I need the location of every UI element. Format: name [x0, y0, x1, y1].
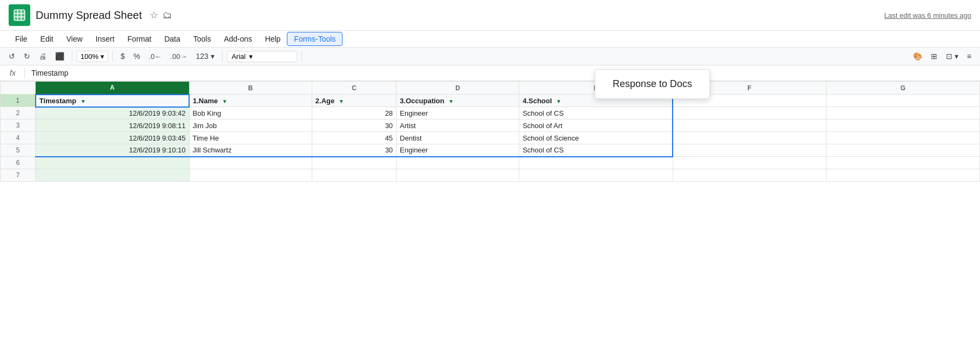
zoom-selector[interactable]: 100% ▾ [77, 51, 108, 62]
undo-button[interactable]: ↺ [5, 50, 18, 63]
row-num-6: 6 [1, 157, 36, 169]
cell-d6[interactable] [397, 157, 519, 169]
cell-b6[interactable] [189, 157, 312, 169]
merge-button[interactable]: ⊡ ▾ [943, 50, 962, 63]
menu-file[interactable]: File [9, 32, 34, 45]
cell-g1[interactable] [826, 95, 979, 107]
cell-b2[interactable]: Bob King [189, 107, 312, 119]
cell-c3[interactable]: 30 [312, 119, 396, 132]
cell-b1-value: 1.Name [193, 97, 218, 105]
menu-view[interactable]: View [60, 32, 89, 45]
cell-e3[interactable]: School of Art [519, 119, 673, 132]
filter-icon-b1[interactable]: ▼ [222, 98, 227, 104]
row-num-1: 1 [1, 95, 36, 107]
col-header-b[interactable]: B [189, 82, 312, 95]
folder-icon[interactable]: 🗂 [163, 10, 172, 21]
row-num-2: 2 [1, 107, 36, 119]
cell-d7[interactable] [397, 169, 519, 182]
font-selector[interactable]: Arial ▾ [227, 51, 297, 62]
cell-b4[interactable]: Time He [189, 132, 312, 144]
filter-icon-c1[interactable]: ▼ [339, 98, 344, 104]
col-header-c[interactable]: C [312, 82, 396, 95]
star-icon[interactable]: ☆ [150, 9, 158, 21]
cell-e5[interactable]: School of CS [519, 144, 673, 157]
cell-g5[interactable] [826, 144, 979, 157]
filter-icon-e1[interactable]: ▼ [556, 98, 561, 104]
cell-f6[interactable] [673, 157, 826, 169]
cell-g3[interactable] [826, 119, 979, 132]
cell-e7[interactable] [519, 169, 673, 182]
cell-d2[interactable]: Engineer [397, 107, 519, 119]
redo-button[interactable]: ↻ [21, 50, 33, 63]
cell-a3[interactable]: 12/6/2019 9:08:11 [36, 119, 189, 132]
percent-button[interactable]: % [130, 50, 143, 63]
fx-icon: fx [5, 69, 20, 77]
spreadsheet-container: A B C D E F G 1 Timestamp ▼ 1.Name ▼ [0, 81, 980, 182]
fill-color-button[interactable]: 🎨 [910, 50, 925, 63]
cell-a6[interactable] [36, 157, 189, 169]
menu-format[interactable]: Format [121, 32, 158, 45]
cell-e6[interactable] [519, 157, 673, 169]
decimal-decrease-button[interactable]: .0← [146, 51, 165, 62]
cell-e2[interactable]: School of CS [519, 107, 673, 119]
col-header-a[interactable]: A [36, 82, 189, 95]
menu-addons[interactable]: Add-ons [217, 32, 258, 45]
cell-c5[interactable]: 30 [312, 144, 396, 157]
col-header-d[interactable]: D [397, 82, 519, 95]
cell-c7[interactable] [312, 169, 396, 182]
toolbar: ↺ ↻ 🖨 ⬛ 100% ▾ $ % .0← .00→ 123 ▾ Arial … [0, 48, 980, 65]
cell-f5[interactable] [673, 144, 826, 157]
formula-content[interactable]: Timestamp [29, 68, 71, 78]
cell-g2[interactable] [826, 107, 979, 119]
menu-help[interactable]: Help [259, 32, 287, 45]
cell-c1-value: 2.Age [316, 97, 334, 105]
cell-b5[interactable]: Jill Schwartz [189, 144, 312, 157]
cell-f7[interactable] [673, 169, 826, 182]
table-row: 7 [1, 169, 980, 182]
menu-data[interactable]: Data [158, 32, 187, 45]
menu-tools[interactable]: Tools [187, 32, 218, 45]
cell-a4[interactable]: 12/6/2019 9:03:45 [36, 132, 189, 144]
cell-e4[interactable]: School of Science [519, 132, 673, 144]
row-num-7: 7 [1, 169, 36, 182]
menu-edit[interactable]: Edit [34, 32, 60, 45]
cell-f3[interactable] [673, 119, 826, 132]
cell-c1[interactable]: 2.Age ▼ [312, 95, 396, 107]
print-button[interactable]: 🖨 [36, 50, 50, 63]
align-button[interactable]: ≡ [964, 50, 975, 63]
cell-d3[interactable]: Artist [397, 119, 519, 132]
cell-b1[interactable]: 1.Name ▼ [189, 95, 312, 107]
cell-g4[interactable] [826, 132, 979, 144]
cell-f2[interactable] [673, 107, 826, 119]
cell-b3[interactable]: Jim Job [189, 119, 312, 132]
currency-button[interactable]: $ [117, 50, 128, 63]
cell-g7[interactable] [826, 169, 979, 182]
cell-f4[interactable] [673, 132, 826, 144]
corner-header [1, 82, 36, 95]
cell-g6[interactable] [826, 157, 979, 169]
cell-a7[interactable] [36, 169, 189, 182]
response-to-docs-dropdown[interactable]: Response to Docs [595, 69, 710, 99]
filter-icon-a1[interactable]: ▼ [80, 98, 86, 104]
more-formats-button[interactable]: 123 ▾ [192, 50, 217, 63]
paint-format-button[interactable]: ⬛ [52, 50, 68, 63]
cell-d1[interactable]: 3.Occupation ▼ [397, 95, 519, 107]
menu-forms-tools[interactable]: Forms-Tools [287, 32, 343, 46]
borders-button[interactable]: ⊞ [928, 50, 941, 63]
cell-b7[interactable] [189, 169, 312, 182]
formula-separator [24, 68, 25, 78]
filter-icon-d1[interactable]: ▼ [448, 98, 454, 104]
cell-c6[interactable] [312, 157, 396, 169]
cell-d5[interactable]: Engineer [397, 144, 519, 157]
cell-d4[interactable]: Dentist [397, 132, 519, 144]
col-header-g[interactable]: G [826, 82, 979, 95]
cell-c4[interactable]: 45 [312, 132, 396, 144]
cell-a2[interactable]: 12/6/2019 9:03:42 [36, 107, 189, 119]
decimal-increase-button[interactable]: .00→ [167, 51, 190, 62]
row-num-3: 3 [1, 119, 36, 132]
cell-c2[interactable]: 28 [312, 107, 396, 119]
table-row: 1 Timestamp ▼ 1.Name ▼ 2.Age ▼ 3.Occupat… [1, 95, 980, 107]
menu-insert[interactable]: Insert [89, 32, 121, 45]
cell-a5[interactable]: 12/6/2019 9:10:10 [36, 144, 189, 157]
cell-a1[interactable]: Timestamp ▼ [36, 95, 189, 107]
